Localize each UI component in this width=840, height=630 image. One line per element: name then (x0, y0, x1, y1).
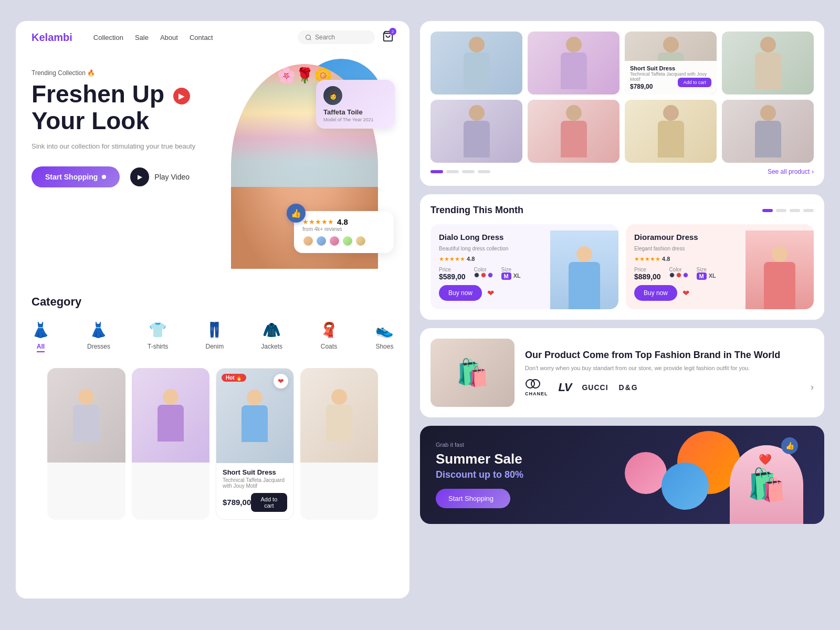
wishlist-button-3[interactable]: ❤ (274, 374, 288, 388)
trending-model-1 (550, 230, 618, 309)
gallery-item-8[interactable] (722, 100, 814, 163)
color-dot-2c[interactable] (683, 272, 688, 278)
gallery-item-3[interactable]: Short Suit Dress Technical Taffeta Jacqu… (625, 32, 717, 94)
gallery-fig-head-1 (469, 37, 485, 52)
search-bar[interactable] (298, 30, 375, 44)
fig-head-3 (247, 390, 262, 405)
see-all-label: See all product (768, 168, 810, 175)
see-all-link[interactable]: See all product › (768, 168, 814, 175)
hero-section: Trending Collection 🔥 Freshen Up ▶ Your … (16, 54, 410, 274)
page-dot-4[interactable] (478, 170, 490, 173)
color-dots-1 (474, 272, 493, 278)
buy-button-1[interactable]: Buy now (439, 285, 482, 301)
nav-collection[interactable]: Collection (93, 34, 123, 41)
trending-dot-1[interactable] (762, 209, 773, 212)
product-card-2[interactable] (132, 368, 210, 520)
lv-text: LV (559, 381, 572, 394)
size-label-2: Size (697, 267, 716, 272)
page-dot-2[interactable] (446, 170, 459, 173)
page-dot-1[interactable] (430, 170, 443, 173)
brand-section: 🛍️ Our Product Come from Top Fashion Bra… (420, 328, 824, 417)
category-shoes[interactable]: 👟 Shoes (375, 321, 394, 352)
trending-pagination (762, 209, 814, 212)
color-label-2: Color (669, 267, 688, 272)
brand-dg[interactable]: D&G (619, 383, 638, 392)
gallery-item-2[interactable] (528, 32, 620, 94)
gallery-img-6 (528, 100, 620, 163)
hero-buttons: Start Shopping ▶ Play Video (32, 166, 210, 187)
nav-right: 2 (298, 30, 394, 44)
category-jackets[interactable]: 🧥 Jackets (261, 321, 282, 352)
category-dresses-label: Dresses (87, 343, 110, 350)
search-input[interactable] (315, 34, 368, 41)
trending-section: Trending This Month Dialo Long Dress Bea… (420, 194, 824, 320)
nav-contact[interactable]: Contact (190, 34, 213, 41)
brand-desc: Don't worry when you buy standart from o… (525, 365, 814, 371)
size-m-2[interactable]: M (697, 272, 707, 280)
play-video-label: Play Video (154, 173, 190, 181)
trending-dot-2[interactable] (776, 209, 786, 212)
trending-card-2[interactable]: Dioramour Dress Elegant fashion dress ★★… (626, 224, 814, 309)
color-label-1: Color (474, 267, 493, 272)
category-all[interactable]: 👗 All (32, 321, 50, 352)
wishlist-icon-2[interactable]: ❤ (682, 288, 689, 298)
color-dot-1a[interactable] (474, 272, 479, 278)
nav-sale[interactable]: Sale (135, 34, 149, 41)
add-to-cart-button-3[interactable]: Add to cart (251, 493, 287, 512)
brand-arrow[interactable]: › (811, 382, 814, 393)
color-dot-2a[interactable] (669, 272, 675, 278)
product-card-3[interactable]: Hot 🔥 ❤ Short Suit Dress Technical Taffe… (216, 368, 294, 520)
size-xl-1[interactable]: XL (513, 272, 521, 280)
size-label-1: Size (501, 267, 521, 272)
gallery-img-1 (430, 32, 522, 94)
trending-figure-2 (764, 246, 795, 309)
category-grid: 👗 All 👗 Dresses 👕 T-shirts 👖 Denim 🧥 (32, 321, 394, 352)
category-coats-label: Coats (321, 343, 337, 350)
play-video-button[interactable]: ▶ Play Video (130, 167, 190, 186)
pagination-dots (430, 170, 490, 173)
nav-about[interactable]: About (160, 34, 178, 41)
category-tshirts[interactable]: 👕 T-shirts (148, 321, 168, 352)
cart-button[interactable]: 2 (382, 30, 394, 44)
gallery-item-4[interactable] (722, 32, 814, 94)
page-dot-3[interactable] (462, 170, 475, 173)
gallery-add-to-cart-button[interactable]: Add to cart (678, 78, 711, 87)
wishlist-icon-1[interactable]: ❤ (487, 288, 494, 298)
taffeta-name: Taffeta Toile (323, 108, 387, 116)
arrow-icon: › (812, 168, 814, 175)
category-section: Category 👗 All 👗 Dresses 👕 T-shirts 👖 De… (16, 274, 410, 546)
color-dot-1c[interactable] (488, 272, 493, 278)
gallery-item-7[interactable] (625, 100, 717, 163)
category-coats[interactable]: 🧣 Coats (320, 321, 338, 352)
start-shopping-button[interactable]: Start Shopping (32, 166, 120, 187)
figure-1 (73, 389, 99, 442)
color-dot-1b[interactable] (481, 272, 486, 278)
brand-lv[interactable]: LV (559, 381, 572, 394)
brand-gucci[interactable]: GUCCI (582, 383, 608, 392)
cart-badge: 2 (389, 28, 396, 35)
category-dresses[interactable]: 👗 Dresses (87, 321, 110, 352)
product-card-4[interactable] (300, 368, 379, 520)
product-image-4 (300, 368, 379, 463)
trending-card-1[interactable]: Dialo Long Dress Beautiful long dress co… (430, 224, 618, 309)
summer-sale-content: Grab it fast Summer Sale Discount up to … (436, 442, 523, 508)
color-dot-2b[interactable] (676, 272, 681, 278)
gallery-fig-1 (464, 37, 490, 89)
gallery-item-6[interactable] (528, 100, 620, 163)
trending-dot-4[interactable] (803, 209, 814, 212)
buy-button-2[interactable]: Buy now (634, 285, 677, 301)
size-xl-2[interactable]: XL (709, 272, 716, 280)
social-proof-card: 👍 ★★★★★ 4.8 from 4k+ reviews (294, 211, 394, 253)
gallery-item-5[interactable] (430, 100, 522, 163)
gallery-item-1[interactable] (430, 32, 522, 94)
brand-chanel[interactable]: CHANEL (525, 379, 548, 396)
trending-dot-3[interactable] (790, 209, 800, 212)
logo-text1: Kel (32, 32, 48, 43)
summer-shopping-button[interactable]: Start Shopping (436, 489, 510, 508)
size-m-1[interactable]: M (501, 272, 511, 280)
taffeta-card: 👩 Taffeta Toile Model of The Year 2021 (316, 80, 395, 129)
product-card-1[interactable] (47, 368, 125, 520)
category-denim[interactable]: 👖 Denim (205, 321, 224, 352)
logo[interactable]: Kelambi (32, 32, 72, 44)
category-title: Category (32, 295, 394, 309)
